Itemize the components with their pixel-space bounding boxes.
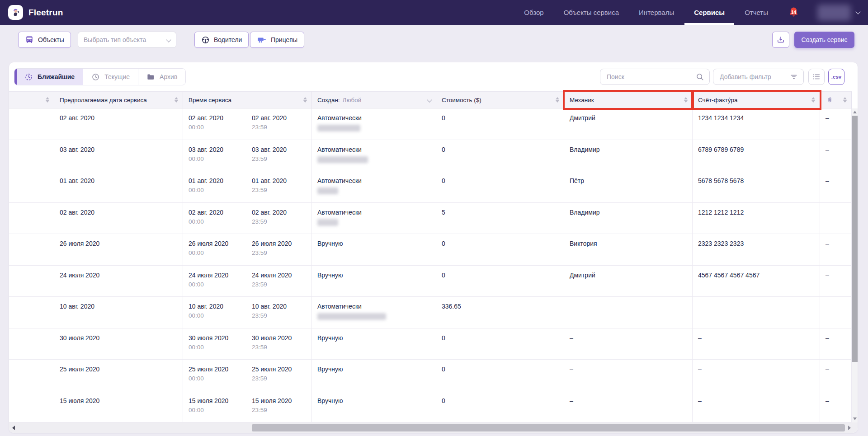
tab-upcoming[interactable]: Ближайшие [14,69,83,85]
tab-current[interactable]: Текущие [83,69,138,85]
cell-created: Автоматически [312,171,436,203]
cell-service-time: 24 июля 202000:0024 июля 202023:59 [183,266,312,297]
cell-service-time: 03 авг. 202000:0003 авг. 202023:59 [183,140,312,172]
service-start-date: 02 авг. 2020 [189,114,252,122]
cell-cost: 0 [436,360,564,391]
user-name-redacted[interactable] [817,5,851,21]
sort-icon [303,97,307,103]
search-input[interactable] [606,73,692,81]
cell-mechanic: Пётр [564,171,693,203]
drivers-button[interactable]: Водители [194,32,249,48]
cell-attachment: – [820,203,852,234]
horizontal-scrollbar-thumb[interactable] [252,424,845,431]
nav-services[interactable]: Сервисы [694,0,725,25]
service-start-date: 30 июля 2020 [189,334,252,342]
table-row[interactable]: 10 авг. 202010 авг. 202000:0010 авг. 202… [9,297,852,328]
service-start: 30 июля 202000:00 [189,334,252,351]
cell-mechanic: – [564,360,693,391]
header-invoice[interactable]: Счёт-факту́ра [693,91,820,108]
controls-divider [805,71,805,82]
export-download-button[interactable] [772,32,789,48]
created-method: Автоматически [317,114,430,122]
add-filter-input[interactable] [719,73,786,81]
cell-estimated-date: 25 июля 2020 [54,360,183,391]
header-estimated-date[interactable]: Предполагаемая дата сервиса [54,91,183,108]
cell-mechanic: Владимир [564,140,693,172]
horizontal-scrollbar[interactable] [9,422,858,433]
sort-icon [175,97,178,103]
cell-service-time: 30 июля 202000:0030 июля 202023:59 [183,328,312,360]
created-filter-chevron-down-icon [427,97,432,102]
table-row[interactable]: 24 июля 202024 июля 202000:0024 июля 202… [9,266,852,297]
list-view-button[interactable] [808,69,825,85]
service-start: 26 июля 202000:00 [189,240,252,256]
cell-cost: 0 [436,328,564,360]
cell-select [9,391,54,423]
nav-service-objects[interactable]: Объекты сервиса [564,0,619,25]
table-row[interactable]: 15 июля 202015 июля 202000:0015 июля 202… [9,391,852,423]
service-start-time: 00:00 [189,312,252,319]
service-start: 10 авг. 202000:00 [189,303,252,319]
cell-service-time: 25 июля 202000:0025 июля 202023:59 [183,360,312,391]
vertical-scrollbar[interactable] [852,108,858,422]
table-row[interactable]: 30 июля 202030 июля 202000:0030 июля 202… [9,328,852,360]
service-end-time: 23:59 [252,344,312,351]
service-end-time: 23:59 [252,155,312,162]
cell-cost: 0 [436,171,564,203]
table-row[interactable]: 25 июля 202025 июля 202000:0025 июля 202… [9,360,852,391]
create-service-button[interactable]: Создать сервис [794,32,854,48]
nav-reports[interactable]: Отчеты [745,0,768,25]
created-method: Вручную [317,366,430,373]
header-attachments[interactable] [820,91,852,108]
trailers-button[interactable]: Прицепы [250,32,304,48]
created-method: Автоматически [317,303,430,310]
created-method: Вручную [317,334,430,342]
cell-invoice: 1212 1212 1212 [693,203,820,234]
cell-estimated-date: 30 июля 2020 [54,328,183,360]
cell-invoice: – [693,328,820,360]
cell-select [9,108,54,140]
cell-invoice: 6789 6789 6789 [693,140,820,172]
table-row[interactable]: 26 июля 202026 июля 202000:0026 июля 202… [9,234,852,266]
object-type-select[interactable]: Выбрать тип объекта [78,32,176,48]
cell-attachment: – [820,140,852,172]
header-service-time[interactable]: Время сервиса [183,91,312,108]
created-method: Вручную [317,397,430,404]
scroll-down-arrow-icon[interactable] [853,417,857,420]
header-mechanic[interactable]: Механик [564,91,693,108]
table-row[interactable]: 01 авг. 202001 авг. 202000:0001 авг. 202… [9,171,852,203]
table-row[interactable]: 03 авг. 202003 авг. 202000:0003 авг. 202… [9,140,852,172]
nav-overview[interactable]: Обзор [524,0,543,25]
cell-cost: 0 [436,391,564,423]
cell-cost: 0 [436,108,564,140]
service-start-date: 26 июля 2020 [189,240,252,247]
filter-icon [790,73,798,81]
table-row[interactable]: 02 авг. 202002 авг. 202000:0002 авг. 202… [9,108,852,140]
tab-archive[interactable]: Архив [138,69,185,85]
notifications-bell-icon[interactable]: 14 [788,6,799,19]
scroll-left-arrow-icon[interactable] [12,426,15,430]
service-start-date: 25 июля 2020 [189,366,252,373]
tab-upcoming-label: Ближайшие [38,73,75,80]
header-created-filter[interactable]: Создан: Любой [312,91,436,108]
cell-cost: 0 [436,266,564,297]
objects-button[interactable]: Объекты [18,32,71,48]
header-select-column[interactable] [9,91,54,108]
nav-intervals[interactable]: Интервалы [639,0,674,25]
scroll-right-arrow-icon[interactable] [848,426,851,430]
vertical-scrollbar-thumb[interactable] [852,116,858,362]
export-csv-button[interactable]: .csv [828,69,844,85]
notification-count-badge: 14 [791,9,797,15]
cell-select [9,266,54,297]
user-menu-chevron-down-icon[interactable] [855,9,860,14]
scroll-up-arrow-icon[interactable] [853,111,857,113]
sort-icon [46,97,49,103]
table-row[interactable]: 02 авг. 202002 авг. 202000:0002 авг. 202… [9,203,852,234]
service-start-time: 00:00 [189,124,252,131]
services-card: Ближайшие Текущие Архив [9,62,858,433]
clock-icon [91,73,100,81]
service-end-time: 23:59 [252,281,312,288]
service-end-date: 26 июля 2020 [252,240,312,247]
mechanic-icon [11,8,21,18]
header-cost[interactable]: Стоимость ($) [436,91,564,108]
